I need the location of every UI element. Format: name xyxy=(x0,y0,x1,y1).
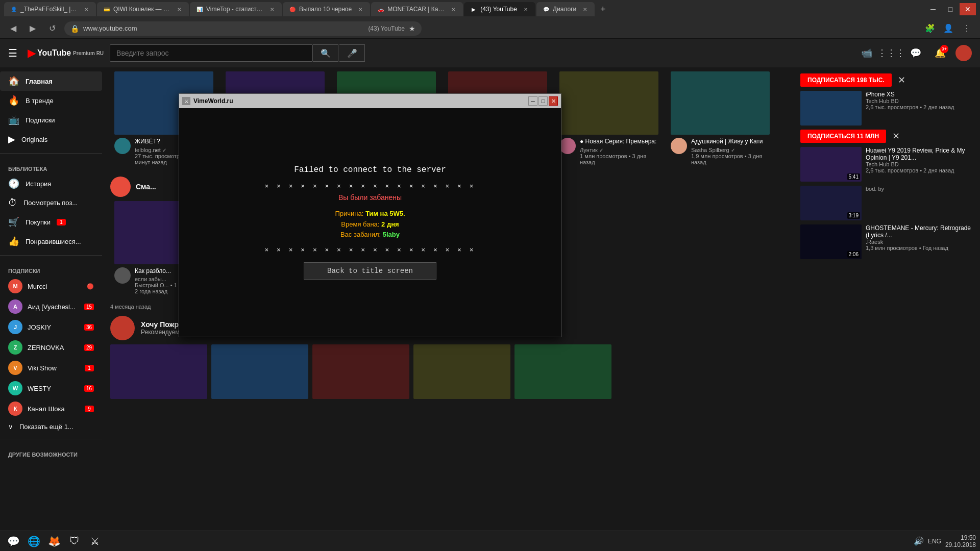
profile-icon[interactable]: 👤 xyxy=(941,21,955,36)
subscription-item-4[interactable]: VViki Show1 xyxy=(0,358,102,378)
address-box[interactable]: 🔒 www.youtube.com (43) YouTube ★ xyxy=(64,21,422,36)
right-video-3[interactable]: 3:19 bod. by xyxy=(800,184,976,222)
library-section-title: БИБЛИОТЕКА xyxy=(0,158,102,174)
sub-avatar-6: К xyxy=(8,402,22,416)
subscription-item-1[interactable]: ААид [Vyachesl...15 xyxy=(0,296,102,317)
sub-name-5: WESTY xyxy=(28,385,79,392)
dialog-window[interactable]: ⚔ VimeWorld.ru ─ □ ✕ Failed to connect t… xyxy=(179,93,561,337)
tab-close-icon[interactable]: ✕ xyxy=(83,6,90,13)
library-item-0[interactable]: 🕐История xyxy=(0,174,102,193)
menu-hamburger-icon[interactable]: ☰ xyxy=(8,47,17,59)
top-video-card-5[interactable]: Адушкиной | Живу у Кати Sasha Spilberg ✓… xyxy=(667,71,774,168)
extensions-icon[interactable]: 🧩 xyxy=(923,21,937,36)
video-thumb-bottom-3[interactable] xyxy=(312,344,409,399)
right-video-1[interactable]: iPhone XS Tech Hub BD 2,6 тыс. просмотро… xyxy=(800,89,976,128)
minimize-button[interactable]: ─ xyxy=(925,3,941,15)
forward-button[interactable]: ▶ xyxy=(26,21,40,36)
tab-tab5[interactable]: 🚗MONETACAR | Касса автон...✕ xyxy=(371,2,463,16)
video-thumb-bottom-4[interactable] xyxy=(413,344,510,399)
video-thumb-bottom-2[interactable] xyxy=(211,344,308,399)
tab-close-icon[interactable]: ✕ xyxy=(176,6,183,13)
notifications-button[interactable]: 🔔 9+ xyxy=(931,44,949,62)
tab-tab4[interactable]: 🔴Выпало 10 черное✕ xyxy=(283,2,370,16)
restore-button[interactable]: □ xyxy=(942,3,959,15)
right-title-4: GHOSTEMANE - Mercury: Retrograde (Lyrics… xyxy=(866,224,976,239)
subscription-item-5[interactable]: WWESTY16 xyxy=(0,378,102,398)
messages-button[interactable]: 💬 xyxy=(906,44,925,62)
subscribe-button-2[interactable]: ПОДПИСАТЬСЯ 11 МЛН xyxy=(800,130,886,143)
search-box[interactable]: Введите запрос xyxy=(110,44,313,62)
dialog-restore-button[interactable]: □ xyxy=(538,96,548,106)
tab-tab1[interactable]: 👤_ThePaFFoSkill_ | Личный к...✕ xyxy=(4,2,96,16)
taskbar-app-discord[interactable]: 💬 xyxy=(4,532,22,550)
vtext-5: Адушкиной | Живу у Кати Sasha Spilberg ✓… xyxy=(691,138,770,165)
ch-avatar-0 xyxy=(114,138,131,154)
taskbar-app-vime[interactable]: ⚔ xyxy=(86,532,104,550)
subscription-item-6[interactable]: ККанал Шока9 xyxy=(0,398,102,419)
tab-tab2[interactable]: 💳QIWI Кошелек — электрон...✕ xyxy=(97,2,189,16)
tab-close-icon[interactable]: ✕ xyxy=(268,6,276,13)
video-thumb-bottom-5[interactable] xyxy=(514,344,611,399)
library-item-2[interactable]: 🛒Покупки1 xyxy=(0,212,102,232)
tab-close-icon[interactable]: ✕ xyxy=(357,6,364,13)
dialog-close-button[interactable]: ✕ xyxy=(549,96,558,106)
dismiss-icon-2[interactable]: ✕ xyxy=(892,131,900,142)
youtube-logo[interactable]: ▶ YouTube Premium RU xyxy=(28,47,104,59)
tab-tab3[interactable]: 📊VimeTop - статистика игро...✕ xyxy=(190,2,282,16)
date-label-1: 4 месяца назад xyxy=(110,304,151,310)
subscribe-button-1[interactable]: ПОДПИСАТЬСЯ 198 ТЫС. xyxy=(800,73,892,87)
window-controls: ─ □ ✕ xyxy=(925,3,976,15)
search-placeholder: Введите запрос xyxy=(116,49,168,57)
back-button[interactable]: ◀ xyxy=(6,21,20,36)
right-video-2[interactable]: 5:41 Huawei Y9 2019 Review, Price & My O… xyxy=(800,145,976,184)
sidebar-label-0: Главная xyxy=(26,78,53,85)
settings-icon[interactable]: ⋮ xyxy=(960,21,974,36)
reason-value: Тим на 5W5. xyxy=(365,210,405,217)
by-value: 5laby xyxy=(383,231,400,238)
subscription-item-0[interactable]: MMurcci🔴 xyxy=(0,276,102,296)
right-video-4[interactable]: 2:06 GHOSTEMANE - Mercury: Retrograde (L… xyxy=(800,222,976,261)
library-label-3: Понравившиеся... xyxy=(26,238,81,245)
subscription-item-3[interactable]: ZZERNOVKA29 xyxy=(0,337,102,358)
tab-close-icon[interactable]: ✕ xyxy=(522,6,529,13)
sidebar-item-2[interactable]: 📺Подписки xyxy=(0,110,102,130)
taskbar-app-yandex[interactable]: 🦊 xyxy=(45,532,63,550)
show-more-button[interactable]: ∨ Показать ещё 1... xyxy=(0,419,102,435)
new-tab-button[interactable]: + xyxy=(596,2,610,16)
bookmark-icon[interactable]: ★ xyxy=(409,24,415,33)
sidebar-item-1[interactable]: 🔥В тренде xyxy=(0,91,102,110)
voice-search-button[interactable]: 🎤 xyxy=(339,44,365,62)
tab-close-icon[interactable]: ✕ xyxy=(581,6,589,13)
volume-icon[interactable]: 🔊 xyxy=(914,536,924,546)
refresh-button[interactable]: ↺ xyxy=(45,21,59,36)
tab-tab6[interactable]: ▶(43) YouTube✕ xyxy=(464,2,535,16)
tab-close-icon[interactable]: ✕ xyxy=(450,6,457,13)
dialog-minimize-button[interactable]: ─ xyxy=(528,96,537,106)
top-video-card-4[interactable]: ● Новая Серия: Премьера: Лунтик ✓ 1 млн … xyxy=(555,71,663,168)
sidebar-item-3[interactable]: ▶Originals xyxy=(0,130,102,149)
apps-button[interactable]: ⋮⋮⋮ xyxy=(882,44,900,62)
tab-tab7[interactable]: 💬Диалоги✕ xyxy=(536,2,595,16)
subscriptions-section-title: ПОДПИСКИ xyxy=(0,260,102,276)
dismiss-icon-1[interactable]: ✕ xyxy=(898,74,905,86)
tab-label: QIWI Кошелек — электрон... xyxy=(113,6,170,13)
right-title-2: Huawei Y9 2019 Review, Price & My Opinio… xyxy=(866,147,976,161)
sidebar-item-0[interactable]: 🏠Главная xyxy=(0,71,102,91)
sidebar-label-2: Подписки xyxy=(26,116,55,124)
rec-channel-avatar xyxy=(110,316,135,340)
library-item-3[interactable]: 👍Понравившиеся... xyxy=(0,232,102,251)
upload-button[interactable]: 📹 xyxy=(857,44,876,62)
taskbar-app-chrome[interactable]: 🌐 xyxy=(24,532,43,550)
taskbar-app-skype[interactable]: 🛡 xyxy=(65,532,84,550)
search-button[interactable]: 🔍 xyxy=(313,44,338,62)
library-item-1[interactable]: ⏱Посмотреть поз... xyxy=(0,193,102,212)
subscription-item-2[interactable]: JJOSKIY36 xyxy=(0,317,102,337)
back-to-title-button[interactable]: Back to title screen xyxy=(304,262,436,280)
video-thumb-bottom-1[interactable] xyxy=(110,344,207,399)
right-channel-3: bod. by xyxy=(866,186,884,192)
close-button[interactable]: ✕ xyxy=(960,3,976,15)
tab-favicon: 🔴 xyxy=(289,6,296,13)
user-avatar[interactable] xyxy=(955,45,972,61)
library-label-0: История xyxy=(26,180,51,188)
library-icon-0: 🕐 xyxy=(8,178,19,189)
